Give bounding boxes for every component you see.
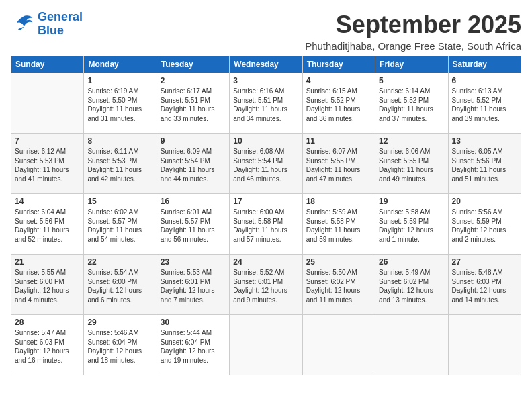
day-info: Sunrise: 5:48 AM Sunset: 6:03 PM Dayligh… (452, 268, 517, 304)
calendar-week-row: 7Sunrise: 6:12 AM Sunset: 5:53 PM Daylig… (11, 134, 521, 194)
day-number: 9 (161, 136, 226, 146)
calendar-cell: 14Sunrise: 6:04 AM Sunset: 5:56 PM Dayli… (11, 194, 84, 255)
day-number: 11 (306, 136, 371, 146)
calendar-cell: 20Sunrise: 5:56 AM Sunset: 5:59 PM Dayli… (448, 194, 521, 255)
day-number: 16 (161, 197, 226, 206)
calendar-cell: 9Sunrise: 6:09 AM Sunset: 5:54 PM Daylig… (157, 134, 229, 194)
calendar-cell: 4Sunrise: 6:15 AM Sunset: 5:52 PM Daylig… (302, 73, 375, 134)
day-info: Sunrise: 5:52 AM Sunset: 6:01 PM Dayligh… (233, 268, 298, 304)
calendar-cell: 5Sunrise: 6:14 AM Sunset: 5:52 PM Daylig… (375, 73, 448, 134)
header-friday: Friday (375, 56, 448, 73)
calendar-cell: 17Sunrise: 6:00 AM Sunset: 5:58 PM Dayli… (230, 194, 302, 255)
calendar-cell: 8Sunrise: 6:11 AM Sunset: 5:53 PM Daylig… (84, 134, 157, 194)
calendar-cell: 2Sunrise: 6:17 AM Sunset: 5:51 PM Daylig… (157, 73, 229, 134)
day-number: 21 (15, 257, 80, 267)
day-number: 18 (306, 197, 371, 206)
calendar-week-row: 28Sunrise: 5:47 AM Sunset: 6:03 PM Dayli… (11, 315, 521, 375)
calendar-week-row: 14Sunrise: 6:04 AM Sunset: 5:56 PM Dayli… (11, 194, 521, 255)
calendar-cell: 3Sunrise: 6:16 AM Sunset: 5:51 PM Daylig… (230, 73, 302, 134)
day-number: 20 (452, 197, 517, 206)
day-info: Sunrise: 5:54 AM Sunset: 6:00 PM Dayligh… (87, 268, 152, 304)
calendar-cell: 21Sunrise: 5:55 AM Sunset: 6:00 PM Dayli… (11, 255, 84, 315)
calendar-week-row: 1Sunrise: 6:19 AM Sunset: 5:50 PM Daylig… (11, 73, 521, 134)
calendar-cell (11, 73, 84, 134)
day-number: 25 (306, 257, 371, 267)
day-info: Sunrise: 6:15 AM Sunset: 5:52 PM Dayligh… (306, 87, 371, 123)
header-monday: Monday (84, 56, 157, 73)
day-number: 24 (233, 257, 298, 267)
day-info: Sunrise: 6:05 AM Sunset: 5:56 PM Dayligh… (452, 147, 517, 183)
day-number: 22 (87, 257, 152, 267)
calendar-cell: 26Sunrise: 5:49 AM Sunset: 6:02 PM Dayli… (375, 255, 448, 315)
day-number: 17 (233, 197, 298, 206)
page-header: General Blue September 2025 Phuthaditjha… (11, 11, 521, 52)
day-info: Sunrise: 5:56 AM Sunset: 5:59 PM Dayligh… (452, 208, 517, 244)
day-info: Sunrise: 5:44 AM Sunset: 6:04 PM Dayligh… (161, 328, 226, 365)
day-info: Sunrise: 6:00 AM Sunset: 5:58 PM Dayligh… (233, 208, 298, 244)
calendar-cell: 28Sunrise: 5:47 AM Sunset: 6:03 PM Dayli… (11, 315, 84, 375)
day-number: 2 (161, 76, 226, 85)
calendar-cell: 7Sunrise: 6:12 AM Sunset: 5:53 PM Daylig… (11, 134, 84, 194)
day-number: 23 (161, 257, 226, 267)
day-info: Sunrise: 5:47 AM Sunset: 6:03 PM Dayligh… (15, 328, 80, 365)
day-info: Sunrise: 6:06 AM Sunset: 5:55 PM Dayligh… (379, 147, 444, 183)
day-info: Sunrise: 6:07 AM Sunset: 5:55 PM Dayligh… (306, 147, 371, 183)
day-number: 1 (87, 76, 152, 85)
calendar-cell: 27Sunrise: 5:48 AM Sunset: 6:03 PM Dayli… (448, 255, 521, 315)
day-info: Sunrise: 5:50 AM Sunset: 6:02 PM Dayligh… (306, 268, 371, 304)
day-number: 5 (379, 76, 444, 85)
calendar-cell (302, 315, 375, 375)
calendar-cell: 19Sunrise: 5:58 AM Sunset: 5:59 PM Dayli… (375, 194, 448, 255)
calendar-week-row: 21Sunrise: 5:55 AM Sunset: 6:00 PM Dayli… (11, 255, 521, 315)
day-info: Sunrise: 6:11 AM Sunset: 5:53 PM Dayligh… (87, 147, 152, 183)
day-number: 4 (306, 76, 371, 85)
calendar-cell: 13Sunrise: 6:05 AM Sunset: 5:56 PM Dayli… (448, 134, 521, 194)
day-info: Sunrise: 6:17 AM Sunset: 5:51 PM Dayligh… (161, 87, 226, 123)
day-info: Sunrise: 6:12 AM Sunset: 5:53 PM Dayligh… (15, 147, 80, 183)
day-info: Sunrise: 6:04 AM Sunset: 5:56 PM Dayligh… (15, 208, 80, 244)
calendar-cell: 12Sunrise: 6:06 AM Sunset: 5:55 PM Dayli… (375, 134, 448, 194)
calendar-cell: 11Sunrise: 6:07 AM Sunset: 5:55 PM Dayli… (302, 134, 375, 194)
calendar-cell: 24Sunrise: 5:52 AM Sunset: 6:01 PM Dayli… (230, 255, 302, 315)
calendar-cell: 6Sunrise: 6:13 AM Sunset: 5:52 PM Daylig… (448, 73, 521, 134)
month-title: September 2025 (305, 11, 521, 39)
day-number: 12 (379, 136, 444, 146)
day-number: 30 (161, 318, 226, 327)
day-info: Sunrise: 6:01 AM Sunset: 5:57 PM Dayligh… (161, 208, 226, 244)
day-info: Sunrise: 6:16 AM Sunset: 5:51 PM Dayligh… (233, 87, 298, 123)
day-number: 7 (15, 136, 80, 146)
calendar-cell: 25Sunrise: 5:50 AM Sunset: 6:02 PM Dayli… (302, 255, 375, 315)
logo-text: General Blue (38, 11, 83, 38)
day-number: 28 (15, 318, 80, 327)
logo-bird-icon (11, 12, 35, 36)
calendar-cell: 22Sunrise: 5:54 AM Sunset: 6:00 PM Dayli… (84, 255, 157, 315)
day-info: Sunrise: 5:53 AM Sunset: 6:01 PM Dayligh… (161, 268, 226, 304)
calendar-cell: 30Sunrise: 5:44 AM Sunset: 6:04 PM Dayli… (157, 315, 229, 375)
day-info: Sunrise: 6:09 AM Sunset: 5:54 PM Dayligh… (161, 147, 226, 183)
day-number: 3 (233, 76, 298, 85)
day-number: 13 (452, 136, 517, 146)
day-number: 6 (452, 76, 517, 85)
calendar-cell (448, 315, 521, 375)
day-info: Sunrise: 5:49 AM Sunset: 6:02 PM Dayligh… (379, 268, 444, 304)
day-info: Sunrise: 6:02 AM Sunset: 5:57 PM Dayligh… (87, 208, 152, 244)
header-tuesday: Tuesday (157, 56, 229, 73)
day-number: 14 (15, 197, 80, 206)
calendar-cell (230, 315, 302, 375)
day-info: Sunrise: 6:08 AM Sunset: 5:54 PM Dayligh… (233, 147, 298, 183)
day-number: 8 (87, 136, 152, 146)
day-info: Sunrise: 5:58 AM Sunset: 5:59 PM Dayligh… (379, 208, 444, 244)
day-info: Sunrise: 6:13 AM Sunset: 5:52 PM Dayligh… (452, 87, 517, 123)
calendar-table: SundayMondayTuesdayWednesdayThursdayFrid… (11, 56, 521, 375)
calendar-cell: 18Sunrise: 5:59 AM Sunset: 5:58 PM Dayli… (302, 194, 375, 255)
day-number: 29 (87, 318, 152, 327)
day-info: Sunrise: 6:14 AM Sunset: 5:52 PM Dayligh… (379, 87, 444, 123)
day-info: Sunrise: 5:55 AM Sunset: 6:00 PM Dayligh… (15, 268, 80, 304)
calendar-cell: 15Sunrise: 6:02 AM Sunset: 5:57 PM Dayli… (84, 194, 157, 255)
day-number: 10 (233, 136, 298, 146)
calendar-cell: 23Sunrise: 5:53 AM Sunset: 6:01 PM Dayli… (157, 255, 229, 315)
title-section: September 2025 Phuthaditjhaba, Orange Fr… (305, 11, 521, 52)
day-info: Sunrise: 5:59 AM Sunset: 5:58 PM Dayligh… (306, 208, 371, 244)
header-wednesday: Wednesday (230, 56, 302, 73)
calendar-cell: 1Sunrise: 6:19 AM Sunset: 5:50 PM Daylig… (84, 73, 157, 134)
